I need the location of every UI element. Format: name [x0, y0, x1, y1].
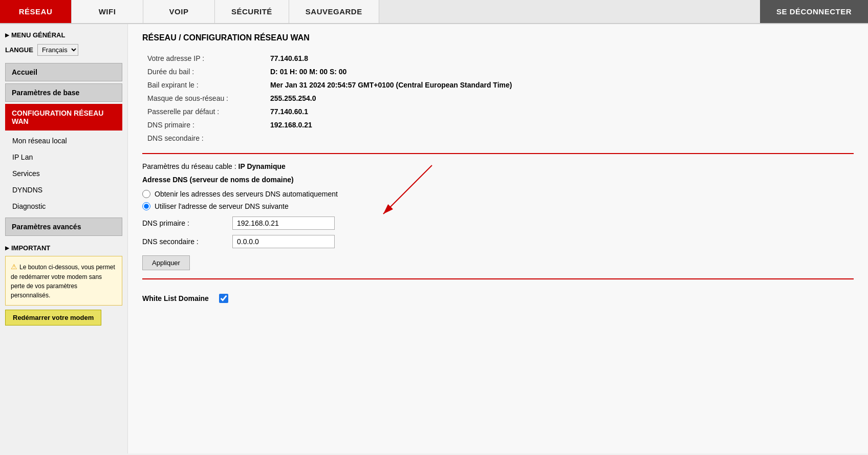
- apply-button[interactable]: Appliquer: [142, 255, 190, 270]
- info-label-masque: Masque de sous-réseau :: [142, 92, 265, 105]
- top-navigation: RÉSEAU WIFI VOIP SÉCURITÉ SAUVEGARDE SE …: [0, 0, 868, 24]
- dns-primary-input-label: DNS primaire :: [142, 219, 224, 227]
- info-value-ip: 77.140.61.8: [265, 52, 854, 65]
- langue-row: LANGUE Français English: [5, 44, 122, 56]
- info-table: Votre adresse IP : 77.140.61.8 Durée du …: [142, 52, 854, 145]
- dns-section-title: Adresse DNS (serveur de noms de domaine): [142, 176, 854, 184]
- table-row: Passerelle par défaut : 77.140.60.1: [142, 105, 854, 118]
- info-value-bail-expire: Mer Jan 31 2024 20:54:57 GMT+0100 (Centr…: [265, 78, 854, 92]
- radio-dns-manual[interactable]: [142, 202, 150, 210]
- red-divider-top: [142, 153, 854, 154]
- info-label-dns-secondary: DNS secondaire :: [142, 132, 265, 145]
- tab-wifi[interactable]: WIFI: [72, 0, 143, 23]
- nav-services[interactable]: Services: [5, 165, 122, 182]
- info-label-dns-primary: DNS primaire :: [142, 118, 265, 132]
- cable-params: Paramètres du réseau cable : IP Dynamiqu…: [142, 162, 854, 170]
- important-text: Le bouton ci-dessous, vous permet de red…: [11, 264, 115, 299]
- important-box: ⚠Le bouton ci-dessous, vous permet de re…: [5, 256, 122, 306]
- info-value-passerelle: 77.140.60.1: [265, 105, 854, 118]
- whitelist-label: White List Domaine: [142, 294, 209, 302]
- whitelist-row: White List Domaine: [142, 294, 854, 303]
- radio-dns-manual-label: Utiliser l'adresse de serveur DNS suivan…: [155, 202, 289, 210]
- nav-parametres-base[interactable]: Paramètres de base: [5, 83, 122, 102]
- table-row: DNS secondaire :: [142, 132, 854, 145]
- info-label-ip: Votre adresse IP :: [142, 52, 265, 65]
- important-title: IMPORTANT: [5, 244, 122, 252]
- tab-deconnecter[interactable]: SE DÉCONNECTER: [760, 0, 868, 23]
- nav-parametres-avances[interactable]: Paramètres avancés: [5, 218, 122, 236]
- dns-secondary-input-label: DNS secondaire :: [142, 237, 224, 246]
- nav-mon-reseau-local[interactable]: Mon réseau local: [5, 133, 122, 149]
- main-content: RÉSEAU / CONFIGURATION RÉSEAU WAN Votre …: [128, 24, 868, 453]
- info-label-bail-expire: Bail expirant le :: [142, 78, 265, 92]
- table-row: DNS primaire : 192.168.0.21: [142, 118, 854, 132]
- tab-securite[interactable]: SÉCURITÉ: [215, 0, 289, 23]
- radio-row-auto: Obtenir les adresses des serveurs DNS au…: [142, 190, 854, 198]
- info-value-dns-secondary: [265, 132, 854, 145]
- dns-primary-row: DNS primaire :: [142, 216, 854, 230]
- nav-accueil[interactable]: Accueil: [5, 63, 122, 81]
- table-row: Bail expirant le : Mer Jan 31 2024 20:54…: [142, 78, 854, 92]
- dns-primary-input[interactable]: [232, 216, 335, 230]
- tab-sauvegarde[interactable]: SAUVEGARDE: [289, 0, 379, 23]
- radio-group-dns: Obtenir les adresses des serveurs DNS au…: [142, 190, 854, 210]
- tab-reseau[interactable]: RÉSEAU: [0, 0, 72, 23]
- config-section: Paramètres du réseau cable : IP Dynamiqu…: [142, 162, 854, 270]
- sidebar: MENU GÉNÉRAL LANGUE Français English Acc…: [0, 24, 128, 453]
- dns-secondary-row: DNS secondaire :: [142, 235, 854, 248]
- restart-modem-button[interactable]: Redémarrer votre modem: [5, 310, 101, 326]
- dns-inputs: DNS primaire :: [142, 216, 854, 270]
- warning-icon: ⚠: [11, 263, 17, 271]
- whitelist-checkbox[interactable]: [219, 294, 228, 303]
- info-value-masque: 255.255.254.0: [265, 92, 854, 105]
- radio-row-manual: Utiliser l'adresse de serveur DNS suivan…: [142, 202, 854, 210]
- important-section: IMPORTANT ⚠Le bouton ci-dessous, vous pe…: [5, 244, 122, 326]
- info-label-bail-duree: Durée du bail :: [142, 65, 265, 78]
- langue-label: LANGUE: [5, 46, 33, 54]
- cable-params-type: IP Dynamique: [238, 162, 286, 170]
- nav-dyndns[interactable]: DYNDNS: [5, 182, 122, 198]
- table-row: Durée du bail : D: 01 H: 00 M: 00 S: 00: [142, 65, 854, 78]
- info-value-dns-primary: 192.168.0.21: [265, 118, 854, 132]
- dns-secondary-input[interactable]: [232, 235, 335, 248]
- radio-dns-auto-label: Obtenir les adresses des serveurs DNS au…: [155, 190, 338, 198]
- info-label-passerelle: Passerelle par défaut :: [142, 105, 265, 118]
- radio-dns-auto[interactable]: [142, 190, 150, 198]
- langue-select[interactable]: Français English: [37, 44, 78, 56]
- nav-ip-lan[interactable]: IP Lan: [5, 149, 122, 165]
- nav-diagnostic[interactable]: Diagnostic: [5, 198, 122, 214]
- table-row: Masque de sous-réseau : 255.255.254.0: [142, 92, 854, 105]
- table-row: Votre adresse IP : 77.140.61.8: [142, 52, 854, 65]
- cable-params-text: Paramètres du réseau cable :: [142, 162, 236, 170]
- nav-config-reseau-wan[interactable]: CONFIGURATION RÉSEAU WAN: [5, 104, 122, 131]
- menu-general-label[interactable]: MENU GÉNÉRAL: [5, 31, 122, 39]
- tab-voip[interactable]: VOIP: [143, 0, 215, 23]
- red-divider-bottom: [142, 278, 854, 279]
- whitelist-section: White List Domaine: [142, 288, 854, 303]
- main-layout: MENU GÉNÉRAL LANGUE Français English Acc…: [0, 24, 868, 453]
- info-value-bail-duree: D: 01 H: 00 M: 00 S: 00: [265, 65, 854, 78]
- page-title: RÉSEAU / CONFIGURATION RÉSEAU WAN: [142, 33, 854, 42]
